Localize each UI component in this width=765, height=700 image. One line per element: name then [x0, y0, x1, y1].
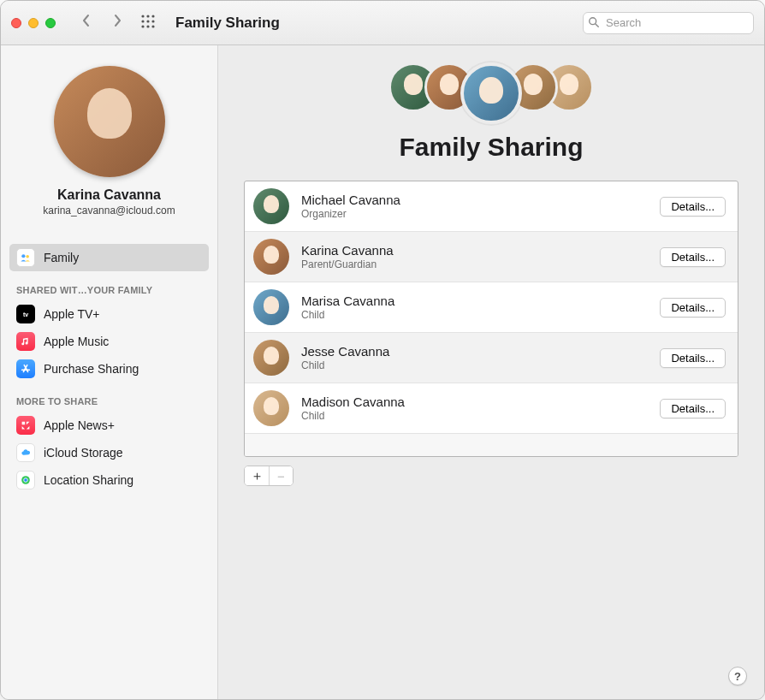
details-button[interactable]: Details... [660, 197, 726, 217]
icloud-icon [16, 443, 35, 462]
member-avatar [253, 390, 289, 426]
add-remove-control: ＋ − [244, 466, 294, 486]
details-button[interactable]: Details... [660, 348, 726, 368]
member-text: Marisa CavannaChild [301, 294, 648, 321]
zoom-window-button[interactable] [45, 18, 56, 28]
svg-point-11 [21, 254, 25, 258]
help-button[interactable]: ? [728, 667, 747, 685]
svg-point-1 [146, 15, 149, 17]
member-row[interactable]: Madison CavannaChildDetails... [245, 383, 738, 434]
add-member-button[interactable]: ＋ [245, 466, 269, 485]
window: Family Sharing Karina Cavanna karina_cav… [0, 0, 765, 700]
profile-name: Karina Cavanna [15, 187, 204, 203]
back-button[interactable] [74, 13, 98, 33]
question-icon: ? [734, 670, 741, 683]
sidebar-item-family[interactable]: Family [9, 244, 209, 271]
member-row[interactable]: Marisa CavannaChildDetails... [245, 282, 738, 333]
member-row[interactable]: Karina CavannaParent/GuardianDetails... [245, 232, 738, 282]
sidebar-item-icloud-storage[interactable]: iCloud Storage [9, 439, 209, 466]
svg-point-2 [151, 15, 154, 17]
profile-block: Karina Cavanna karina_cavanna@icloud.com [1, 45, 217, 232]
details-button[interactable]: Details... [660, 247, 726, 267]
appletv-icon: tv [16, 305, 35, 323]
toolbar-title: Family Sharing [175, 15, 280, 32]
sidebar-section1-list: tv Apple TV+ Apple Music Purchase Sharin… [9, 300, 209, 383]
findmy-icon [16, 471, 35, 489]
member-avatar [253, 340, 289, 376]
svg-point-8 [151, 25, 154, 27]
member-avatar [253, 289, 289, 325]
svg-line-10 [596, 23, 598, 26]
search-input[interactable] [583, 12, 754, 34]
minimize-window-button[interactable] [28, 18, 39, 28]
profile-email: karina_cavanna@icloud.com [15, 205, 204, 217]
svg-point-3 [141, 20, 144, 22]
family-avatar-stack [244, 62, 738, 124]
content: Family Sharing Michael CavannaOrganizerD… [218, 45, 764, 699]
plus-icon: ＋ [251, 468, 264, 484]
appstore-icon [16, 359, 35, 378]
member-role: Child [301, 410, 648, 422]
sidebar-item-purchase-sharing[interactable]: Purchase Sharing [9, 355, 209, 383]
search-icon [588, 16, 600, 31]
stack-avatar [460, 62, 522, 124]
chevron-left-icon [81, 14, 92, 32]
member-name: Madison Cavanna [301, 394, 648, 409]
sidebar-item-label: Apple TV+ [44, 307, 100, 321]
member-text: Jesse CavannaChild [301, 344, 648, 371]
svg-point-6 [141, 25, 144, 27]
hero: Family Sharing [244, 62, 738, 162]
member-text: Michael CavannaOrganizer [301, 193, 648, 220]
details-button[interactable]: Details... [660, 298, 726, 317]
remove-member-button[interactable]: − [269, 466, 293, 485]
member-text: Karina CavannaParent/Guardian [301, 243, 648, 270]
toolbar: Family Sharing [1, 1, 764, 45]
profile-avatar[interactable] [54, 66, 165, 177]
details-button[interactable]: Details... [660, 399, 726, 418]
svg-point-5 [151, 20, 154, 22]
member-name: Michael Cavanna [301, 193, 648, 207]
sidebar-section2-list: Apple News+ iCloud Storage Location Shar… [9, 412, 209, 494]
chevron-right-icon [112, 14, 122, 32]
sidebar-item-location-sharing[interactable]: Location Sharing [9, 466, 209, 494]
body: Karina Cavanna karina_cavanna@icloud.com… [1, 45, 764, 699]
member-role: Child [301, 359, 648, 371]
svg-point-4 [146, 20, 149, 22]
member-text: Madison CavannaChild [301, 394, 648, 422]
svg-point-0 [141, 15, 144, 17]
sidebar: Karina Cavanna karina_cavanna@icloud.com… [1, 45, 218, 699]
svg-point-12 [26, 255, 29, 258]
member-name: Karina Cavanna [301, 243, 648, 258]
sidebar-item-label: Apple News+ [44, 418, 115, 432]
forward-button[interactable] [105, 13, 129, 33]
search-wrap [583, 12, 754, 34]
window-controls [11, 18, 56, 28]
grid-icon [140, 14, 156, 32]
show-all-button[interactable] [136, 13, 160, 33]
svg-point-7 [146, 25, 149, 27]
close-window-button[interactable] [11, 18, 21, 28]
sidebar-item-applenews[interactable]: Apple News+ [9, 412, 209, 439]
family-icon [16, 248, 35, 267]
sidebar-item-label: Location Sharing [44, 473, 133, 487]
table-empty-area [245, 434, 738, 456]
member-avatar [253, 239, 289, 275]
sidebar-item-appletv[interactable]: tv Apple TV+ [9, 300, 209, 328]
member-role: Organizer [301, 208, 648, 220]
sidebar-item-label: Apple Music [44, 335, 109, 348]
member-avatar [253, 188, 289, 224]
member-name: Marisa Cavanna [301, 294, 648, 308]
sidebar-item-applemusic[interactable]: Apple Music [9, 328, 209, 355]
sidebar-section-header-1: SHARED WIT…YOUR FAMILY [1, 271, 217, 299]
sidebar-main-list: Family [9, 244, 209, 271]
svg-text:tv: tv [23, 311, 28, 317]
svg-point-18 [24, 478, 28, 483]
sidebar-section-header-2: MORE TO SHARE [1, 383, 217, 410]
sidebar-item-label: Purchase Sharing [44, 362, 139, 376]
member-row[interactable]: Michael CavannaOrganizerDetails... [245, 181, 738, 232]
minus-icon: − [277, 469, 285, 483]
news-icon [16, 416, 35, 435]
member-role: Child [301, 309, 648, 321]
member-row[interactable]: Jesse CavannaChildDetails... [245, 333, 738, 383]
sidebar-item-label: Family [44, 251, 79, 264]
